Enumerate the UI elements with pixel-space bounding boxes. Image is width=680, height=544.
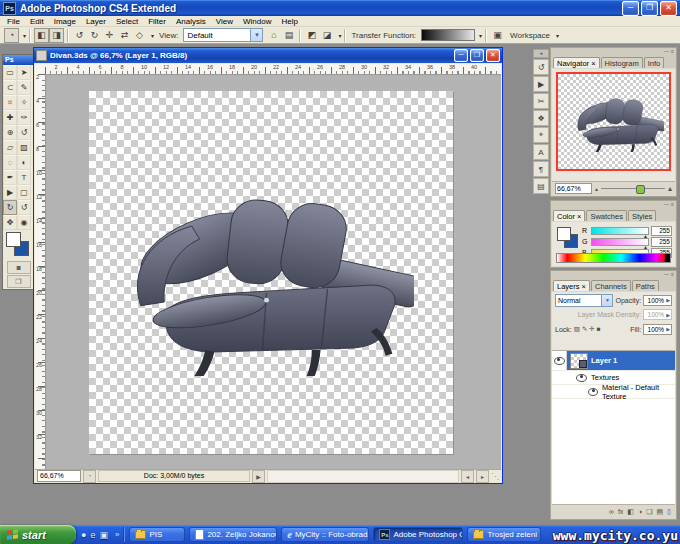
paragraph-panel-icon[interactable]: ¶ <box>533 161 549 177</box>
3d-slide-icon[interactable]: ⇄ <box>117 28 132 43</box>
menu-item[interactable]: Help <box>276 17 302 26</box>
resize-grip[interactable]: ⋱ <box>491 471 499 482</box>
lighting-settings-icon[interactable]: ◪ <box>319 28 334 43</box>
blur-tool[interactable]: ◌ <box>3 155 17 170</box>
lock-position-icon[interactable]: ✛ <box>589 325 594 333</box>
3d-orbit-tool[interactable]: ↺ <box>17 200 31 215</box>
document-titlebar[interactable]: Divan.3ds @ 66,7% (Layer 1, RGB/8) ─ ❐ ✕ <box>34 48 502 63</box>
lock-transparency-icon[interactable]: ▨ <box>574 325 580 333</box>
toolbox-header[interactable]: Ps <box>3 55 34 65</box>
status-flyout-arrow-icon[interactable]: ▶ <box>252 470 265 483</box>
scroll-right-icon[interactable]: ▸ <box>476 470 489 483</box>
menu-item[interactable]: View <box>211 17 238 26</box>
menu-item[interactable]: Select <box>111 17 143 26</box>
tab-paths[interactable]: Paths <box>632 280 659 291</box>
hand-tool[interactable]: ✥ <box>3 215 17 230</box>
3d-scale-icon[interactable]: ◇ <box>132 28 147 43</box>
menu-item[interactable]: Edit <box>25 17 49 26</box>
zoom-out-icon[interactable]: ▴ <box>595 185 598 192</box>
home-view-icon[interactable]: ⌂ <box>266 28 281 43</box>
quick-launch-app-icon[interactable]: ● <box>81 530 86 540</box>
lasso-tool[interactable]: ⊂ <box>3 80 17 95</box>
task-trosjed[interactable]: Trosjed zeleni <box>467 527 541 542</box>
tab-channels[interactable]: Channels <box>591 280 631 291</box>
tab-navigator[interactable]: Navigator × <box>553 57 600 68</box>
actions-panel-icon[interactable]: ▶ <box>533 76 549 92</box>
workspace-label[interactable]: Workspace <box>510 31 550 40</box>
character-panel-icon[interactable]: A <box>533 144 549 160</box>
doc-close-button[interactable]: ✕ <box>486 49 500 62</box>
3d-rotate-tool[interactable]: ↻ <box>3 200 17 215</box>
lock-all-icon[interactable]: ■ <box>597 325 601 333</box>
clone-stamp-tool[interactable]: ⊕ <box>3 125 17 140</box>
3d-tools-dropdown-arrow-icon[interactable]: ▾ <box>151 32 154 39</box>
zoom-tool[interactable]: ◉ <box>17 215 31 230</box>
render-settings-icon[interactable]: ◩ <box>304 28 319 43</box>
tab-info[interactable]: Info <box>644 57 665 68</box>
foreground-color-swatch[interactable] <box>6 232 21 247</box>
status-icon[interactable]: ◔ <box>83 470 96 483</box>
layer-name[interactable]: Layer 1 <box>591 356 617 365</box>
panel-minimize-icon[interactable]: — <box>664 49 669 54</box>
layer-thumbnail[interactable] <box>570 353 588 369</box>
panel-menu-icon[interactable]: ≡ <box>671 49 674 54</box>
link-layers-icon[interactable]: ∞ <box>609 508 614 515</box>
menu-item[interactable]: Window <box>238 17 276 26</box>
channel-value-field[interactable]: 255 <box>651 226 672 236</box>
doc-minimize-button[interactable]: ─ <box>454 49 468 62</box>
tab-styles[interactable]: Styles <box>628 210 656 221</box>
tool-preset-icon[interactable]: ◔ <box>4 28 19 43</box>
layer-group-icon[interactable]: ❏ <box>646 508 652 516</box>
eye-icon[interactable] <box>588 388 598 396</box>
scroll-left-icon[interactable]: ◂ <box>461 470 474 483</box>
transfer-dropdown-arrow-icon[interactable]: ▾ <box>479 32 482 39</box>
fill-arrow-icon[interactable]: ▶ <box>666 326 671 332</box>
layer-style-icon[interactable]: fx <box>618 508 623 515</box>
restore-button[interactable]: ❐ <box>641 1 658 16</box>
settings-dropdown-arrow-icon[interactable]: ▾ <box>338 32 341 39</box>
path-selection-tool[interactable]: ▶ <box>3 185 17 200</box>
adjustment-layer-icon[interactable]: ◑ <box>638 508 642 515</box>
rectangle-tool[interactable]: ▢ <box>17 185 31 200</box>
color-spectrum-ramp[interactable] <box>556 253 671 263</box>
quick-launch-show-desktop-icon[interactable]: ▣ <box>99 530 108 540</box>
save-view-icon[interactable]: ▤ <box>281 28 296 43</box>
doc-restore-button[interactable]: ❐ <box>470 49 484 62</box>
layer-name[interactable]: Material - Default Texture <box>602 383 675 401</box>
vertical-ruler[interactable]: 2468101214161820222426283032 <box>35 74 46 469</box>
start-button[interactable]: start <box>0 525 76 544</box>
canvas[interactable] <box>89 91 453 454</box>
rectangular-marquee-tool[interactable]: ▭ <box>3 65 17 80</box>
color-foreground-swatch[interactable] <box>557 227 571 241</box>
task-zeljko[interactable]: 202. Zeljko Jokanov... <box>189 527 277 542</box>
fill-field[interactable]: 100% ▶ <box>643 324 672 335</box>
notes-panel-icon[interactable]: ▤ <box>533 178 549 194</box>
menu-item[interactable]: File <box>2 17 25 26</box>
lock-pixels-icon[interactable]: ✎ <box>582 325 587 333</box>
layer-row-layer1[interactable]: Layer 1 <box>552 351 675 371</box>
crop-tool[interactable]: ⌗ <box>3 95 17 110</box>
3d-animation-icon[interactable]: ▣ <box>490 28 505 43</box>
horizontal-ruler[interactable]: 246810121416182022242628303234363840 <box>45 64 501 75</box>
opacity-field[interactable]: 100% ▶ <box>643 295 672 306</box>
channel-slider[interactable]: ▲ <box>591 227 649 235</box>
workspace-dropdown-arrow-icon[interactable]: ▾ <box>556 32 559 39</box>
quick-launch-chevron-icon[interactable]: » <box>113 530 121 539</box>
pen-tool[interactable]: ✒ <box>3 170 17 185</box>
tab-color[interactable]: Color × <box>553 210 585 221</box>
new-layer-icon[interactable]: ▤ <box>657 508 664 516</box>
tab-histogram[interactable]: Histogram <box>601 57 643 68</box>
3d-rotate-icon[interactable]: ↺ <box>72 28 87 43</box>
channel-value-field[interactable]: 255 <box>651 237 672 247</box>
zoom-slider[interactable] <box>601 188 665 189</box>
close-button[interactable]: ✕ <box>660 1 677 16</box>
tab-layers[interactable]: Layers × <box>553 280 590 291</box>
dock-collapse-icon[interactable]: ◂ <box>533 49 549 58</box>
combo-arrow-icon[interactable]: ▼ <box>601 295 612 306</box>
zoom-in-icon[interactable]: ▴ <box>668 184 672 193</box>
history-panel-icon[interactable]: ↺ <box>533 59 549 75</box>
layer-name[interactable]: Textures <box>591 373 619 382</box>
zoom-slider-knob[interactable] <box>636 185 645 194</box>
eyedropper-tool[interactable]: ✧ <box>17 95 31 110</box>
brushes-panel-icon[interactable]: ❖ <box>533 110 549 126</box>
